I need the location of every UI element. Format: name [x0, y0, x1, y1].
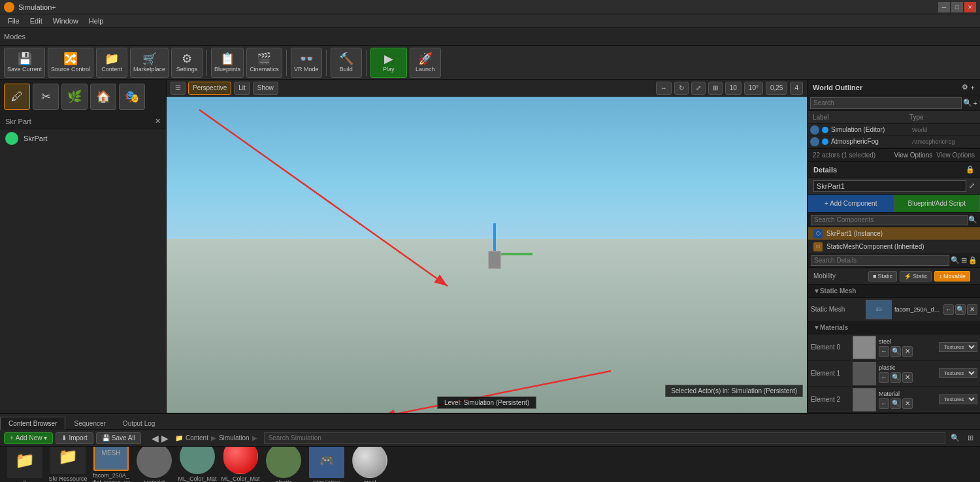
content-item-simulation[interactable]: 🎮 Simulation: [307, 447, 346, 482]
perspective-btn[interactable]: Perspective: [188, 82, 231, 95]
mat-type-select-0[interactable]: Textures: [939, 342, 977, 352]
content-item-mlcolor[interactable]: ML_Color_Material: [178, 447, 217, 482]
sm-clear-btn[interactable]: ✕: [967, 304, 977, 315]
vp-scale[interactable]: ⤢: [691, 82, 706, 95]
settings-button[interactable]: ⚙ Settings: [171, 48, 203, 78]
vp-translate[interactable]: ↔: [656, 82, 672, 95]
save-current-button[interactable]: 💾 Save Current: [4, 48, 45, 78]
vr-mode-button[interactable]: 👓 VR Mode: [291, 48, 322, 78]
content-search-input[interactable]: [264, 432, 945, 444]
breadcrumb-content[interactable]: Content: [186, 434, 208, 442]
search-submit-icon[interactable]: 🔍: [948, 434, 962, 442]
mat-type-select-1[interactable]: Textures: [939, 368, 977, 378]
outliner-item-atmosfog[interactable]: AtmosphericFog AtmosphericFog: [808, 136, 980, 148]
add-new-button[interactable]: + Add New ▾: [4, 432, 53, 444]
vp-rotate[interactable]: ↻: [674, 82, 689, 95]
outliner-item-simulation-editor[interactable]: Simulation (Editor) World: [808, 124, 980, 136]
save-all-button[interactable]: 💾 Save All: [96, 432, 141, 444]
vp-coord[interactable]: ⊞: [708, 82, 723, 95]
breadcrumb-simulation[interactable]: Simulation: [219, 434, 250, 442]
maximize-button[interactable]: □: [951, 2, 963, 12]
sm-find-btn[interactable]: 🔍: [955, 304, 966, 315]
tab-content-browser[interactable]: Content Browser: [0, 417, 65, 430]
content-item-0[interactable]: 📁 0: [5, 447, 44, 482]
tab-sequencer[interactable]: Sequencer: [65, 417, 114, 430]
vp-speed[interactable]: 0,25: [766, 82, 787, 95]
marketplace-button[interactable]: 🛒 Marketplace: [130, 48, 169, 78]
mat-clear-btn-1[interactable]: ✕: [902, 372, 913, 383]
components-search-icon[interactable]: 🔍: [968, 216, 977, 224]
nav-fwd-btn[interactable]: ▶: [161, 433, 169, 443]
cinematics-button[interactable]: 🎬 Cinematics: [246, 48, 282, 78]
mat-clear-btn-2[interactable]: ✕: [902, 398, 913, 409]
mat-browse-btn-2[interactable]: ←: [879, 398, 889, 409]
add-component-button[interactable]: + Add Component: [808, 195, 894, 212]
mat-browse-btn-1[interactable]: ←: [879, 372, 889, 383]
mat-find-btn-2[interactable]: 🔍: [890, 398, 901, 409]
view-options-btn[interactable]: View Options: [894, 152, 933, 159]
tab-output-log[interactable]: Output Log: [114, 417, 163, 430]
mobility-movable-btn[interactable]: ↕ Movable: [934, 271, 970, 281]
details-search-input[interactable]: [811, 255, 949, 266]
outliner-search-icon[interactable]: 🔍: [963, 99, 972, 107]
menu-window[interactable]: Window: [48, 14, 84, 27]
vp-num4[interactable]: 4: [790, 82, 803, 95]
materials-section-header[interactable]: ▼ Materials: [808, 321, 980, 334]
outliner-add-icon[interactable]: +: [971, 84, 975, 91]
visibility-eye-icon[interactable]: [810, 137, 819, 146]
details-search-icon[interactable]: 🔍: [951, 256, 960, 265]
placement-close[interactable]: ✕: [155, 117, 161, 125]
content-item-skr-res[interactable]: 📁 Skr Ressources: [48, 447, 88, 482]
import-button[interactable]: ⬇ Import: [56, 432, 93, 444]
menu-file[interactable]: File: [3, 14, 25, 27]
content-item-material[interactable]: Material: [135, 447, 174, 482]
content-item-steel[interactable]: steel: [350, 447, 389, 482]
details-lock-icon[interactable]: 🔒: [966, 165, 975, 174]
details-expand-icon[interactable]: ⤢: [969, 182, 975, 190]
placement-item-skrpart[interactable]: SkrPart: [0, 129, 166, 148]
components-search-input[interactable]: [811, 215, 968, 225]
mode-paint[interactable]: ✂: [33, 84, 59, 110]
mat-find-btn[interactable]: 🔍: [890, 346, 901, 357]
content-item-plastic[interactable]: plastic: [264, 447, 303, 482]
play-button[interactable]: ▶ Play: [370, 48, 407, 78]
outliner-add-btn[interactable]: +: [973, 99, 977, 107]
component-staticmesh-inherited[interactable]: □ StaticMeshComponent (Inherited): [808, 240, 980, 253]
details-view-btn[interactable]: ⊞: [961, 256, 967, 265]
content-item-facom[interactable]: MESH facom_250A_dial_torque_wren...: [91, 447, 131, 482]
vp-snap[interactable]: 10: [725, 82, 742, 95]
mode-landscape[interactable]: 🎭: [119, 84, 145, 110]
mat-clear-btn[interactable]: ✕: [902, 346, 913, 357]
view-options-icon[interactable]: ⊞: [965, 434, 976, 442]
mobility-static2-btn[interactable]: ⚡ Static: [900, 271, 932, 281]
minimize-button[interactable]: ─: [938, 2, 950, 12]
build-button[interactable]: 🔨 Build: [331, 48, 362, 78]
details-lock2-icon[interactable]: 🔒: [968, 256, 977, 265]
mat-type-select-2[interactable]: Textures: [939, 394, 977, 404]
outliner-settings-icon[interactable]: ⚙: [962, 83, 968, 91]
mode-placement[interactable]: 🖊: [4, 84, 30, 110]
lit-btn[interactable]: Lit: [234, 82, 250, 95]
nav-back-btn[interactable]: ◀: [152, 433, 159, 443]
viewport[interactable]: ☰ Perspective Lit Show ↔ ↻ ⤢ ⊞ 10 10° 0,…: [167, 80, 807, 413]
launch-button[interactable]: 🚀 Launch: [410, 48, 441, 78]
sm-browse-btn[interactable]: ←: [943, 304, 954, 315]
mode-foliage[interactable]: 🌿: [61, 84, 88, 110]
close-button[interactable]: ✕: [964, 2, 976, 12]
view-options-label[interactable]: View Options: [936, 152, 975, 159]
vp-angle[interactable]: 10°: [744, 82, 763, 95]
outliner-search-input[interactable]: [810, 97, 962, 109]
object-name-input[interactable]: [813, 180, 966, 192]
mobility-static1-btn[interactable]: ■ Static: [868, 271, 897, 281]
content-button[interactable]: 📁 Content: [96, 48, 127, 78]
blueprint-add-button[interactable]: Blueprint/Add Script: [894, 195, 981, 212]
content-item-mlcolor1[interactable]: ML_Color_Material1: [221, 447, 260, 482]
show-btn[interactable]: Show: [253, 82, 278, 95]
blueprints-button[interactable]: 📋 Blueprints: [211, 48, 244, 78]
menu-help[interactable]: Help: [84, 14, 109, 27]
component-skrpart1-instance[interactable]: ⬡ SkrPart1 (Instance): [808, 227, 980, 240]
vp-menu-btn[interactable]: ☰: [171, 82, 186, 95]
mode-geometry[interactable]: 🏠: [90, 84, 116, 110]
static-mesh-section-header[interactable]: ▼ Static Mesh: [808, 285, 980, 298]
mat-browse-btn[interactable]: ←: [879, 346, 889, 357]
